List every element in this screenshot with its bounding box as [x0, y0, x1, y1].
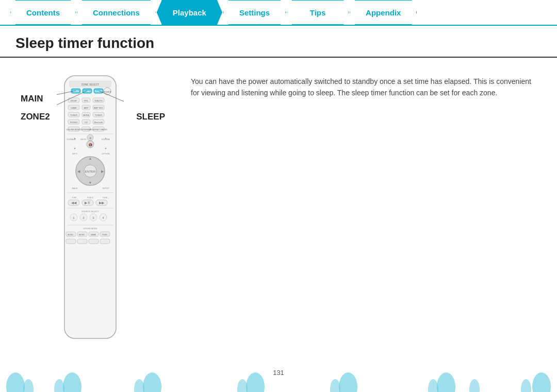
svg-text:▶▶: ▶▶ [99, 201, 105, 204]
tab-settings[interactable]: Settings [223, 0, 286, 25]
svg-point-106 [143, 372, 161, 392]
label-zone2: ZONE2 [21, 112, 50, 122]
svg-text:▼: ▼ [89, 181, 92, 184]
svg-point-102 [23, 379, 34, 392]
nav-tabs: Contents Connections Playback Settings T… [0, 0, 557, 26]
svg-text:▼: ▼ [105, 147, 107, 150]
svg-text:MAIN: MAIN [73, 90, 79, 93]
svg-text:INTERNET RADIO: INTERNET RADIO [90, 128, 107, 131]
svg-text:AMP: AMP [84, 107, 89, 109]
svg-text:AURA: AURA [83, 114, 89, 116]
svg-text:MUTE: MUTE [80, 138, 87, 141]
svg-text:🔇: 🔇 [89, 143, 92, 147]
svg-text:DHL: DHL [84, 99, 89, 102]
svg-text:CH/PAGE: CH/PAGE [67, 138, 76, 141]
svg-text:GAME: GAME [71, 107, 77, 109]
tab-contents[interactable]: Contents [10, 0, 76, 25]
svg-rect-97 [100, 239, 110, 244]
svg-text:TUNE -: TUNE - [72, 197, 78, 199]
svg-text:ZONE2: ZONE2 [84, 90, 91, 93]
svg-text:ZONE SELECT: ZONE SELECT [81, 83, 100, 86]
svg-text:▲: ▲ [89, 157, 92, 160]
svg-point-109 [330, 379, 340, 392]
footer-decorations [0, 364, 557, 392]
svg-text:◀◀: ◀◀ [71, 201, 77, 204]
svg-rect-95 [77, 239, 87, 244]
svg-text:VOLUME: VOLUME [102, 138, 110, 141]
svg-rect-96 [89, 239, 99, 244]
svg-point-101 [6, 372, 25, 392]
svg-point-105 [134, 379, 144, 392]
svg-text:MUSIC: MUSIC [68, 234, 74, 236]
label-sleep: SLEEP [136, 112, 165, 122]
svg-text:Bluetooth: Bluetooth [94, 121, 103, 124]
svg-text:TUNER: TUNER [70, 114, 77, 116]
tab-playback[interactable]: Playback [157, 0, 222, 25]
svg-text:ENTER: ENTER [85, 170, 96, 173]
svg-point-115 [532, 372, 551, 392]
tab-connections[interactable]: Connections [77, 0, 156, 25]
page-title: Sleep timer function [15, 35, 542, 52]
svg-text:POWER: POWER [103, 91, 111, 93]
svg-text:TUNER: TUNER [95, 114, 102, 116]
svg-text:TUNE +: TUNE + [103, 197, 109, 199]
svg-text:PURE: PURE [102, 234, 107, 236]
description-text: You can have the power automatically swi… [191, 76, 542, 99]
svg-text:CD: CD [85, 121, 88, 124]
svg-text:SETUP: SETUP [102, 187, 109, 190]
svg-text:GAME: GAME [91, 234, 96, 236]
svg-text:SLEEP: SLEEP [95, 90, 103, 93]
label-main: MAIN [21, 94, 43, 104]
svg-text:MUSIC: MUSIC [79, 234, 85, 236]
svg-point-113 [469, 379, 480, 392]
svg-point-107 [237, 379, 248, 392]
svg-point-103 [54, 379, 64, 392]
description-section: You can have the power automatically swi… [191, 68, 542, 351]
svg-text:INFO: INFO [72, 152, 77, 155]
svg-point-112 [437, 372, 455, 392]
svg-text:BACK: BACK [72, 187, 78, 190]
remote-section: MAIN ZONE2 SLEEP ZONE SELECT POWER [15, 68, 170, 351]
svg-text:PLAY/II: PLAY/II [87, 197, 93, 199]
svg-point-111 [428, 379, 438, 392]
svg-text:▶⏸: ▶⏸ [85, 201, 91, 204]
svg-text:SOURCE SELECT: SOURCE SELECT [81, 210, 99, 213]
svg-point-110 [339, 372, 357, 392]
svg-point-104 [63, 372, 81, 392]
remote-labels: MAIN ZONE2 SLEEP ZONE SELECT POWER [15, 68, 170, 351]
svg-point-114 [521, 379, 531, 392]
remote-control-image: ZONE SELECT POWER MAIN ZONE2 SLEEP DELAY [57, 73, 124, 346]
svg-text:SOUND MODE: SOUND MODE [83, 227, 97, 230]
page-title-section: Sleep timer function [0, 26, 557, 58]
tab-tips[interactable]: Tips [287, 0, 349, 25]
svg-text:PHONO: PHONO [70, 121, 78, 124]
svg-rect-94 [66, 239, 76, 244]
svg-text:AMP SRC: AMP SRC [94, 107, 103, 109]
svg-text:OPTION: OPTION [102, 152, 109, 155]
svg-point-108 [246, 372, 265, 392]
main-content: MAIN ZONE2 SLEEP ZONE SELECT POWER [0, 58, 557, 362]
svg-text:DELAY: DELAY [71, 99, 77, 102]
svg-text:▼: ▼ [74, 147, 76, 150]
svg-text:DIALOG: DIALOG [94, 99, 102, 102]
tab-appendix[interactable]: Appendix [350, 0, 417, 25]
svg-text:ONLINE MUSIC: ONLINE MUSIC [67, 128, 81, 131]
